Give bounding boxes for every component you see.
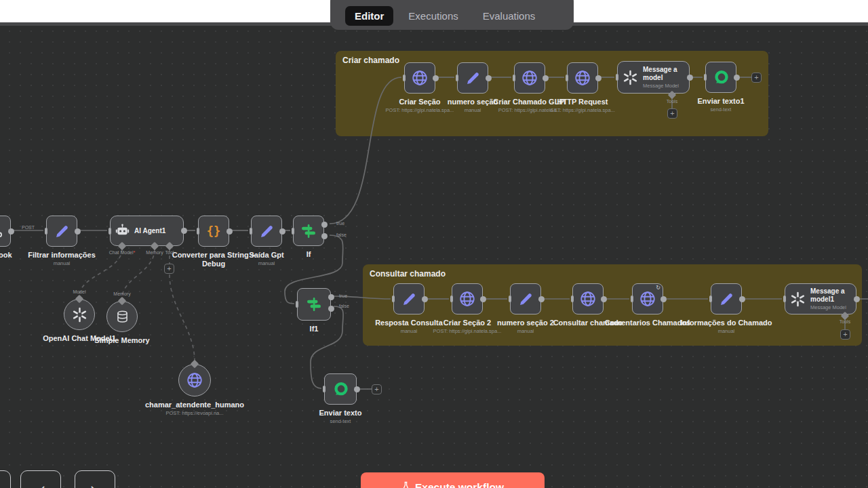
output-port[interactable] — [181, 228, 187, 234]
output-port[interactable] — [486, 75, 492, 81]
output-port[interactable] — [279, 228, 285, 235]
node-informacoes-do-chamado[interactable] — [711, 283, 742, 314]
node-chamar-atendente-humano[interactable] — [178, 364, 211, 396]
port-label: true — [336, 221, 344, 226]
input-port[interactable] — [392, 296, 395, 302]
port-label: POST — [22, 225, 35, 230]
output-port[interactable] — [321, 222, 328, 228]
tab-evaluations[interactable]: Evaluations — [473, 6, 545, 26]
input-port[interactable] — [513, 75, 515, 81]
node-webhook[interactable] — [0, 216, 11, 247]
input-port[interactable] — [323, 386, 326, 392]
node-ai-agent1[interactable]: AI Agent1 — [110, 216, 184, 246]
node-openai-chat-model1[interactable] — [64, 299, 95, 330]
node-sublabel: send-text — [290, 419, 391, 425]
retry-badge-icon: ↻ — [656, 285, 660, 291]
output-port[interactable] — [854, 296, 860, 302]
input-port[interactable] — [292, 228, 294, 235]
node-if[interactable] — [293, 216, 324, 246]
canvas-button-back[interactable]: ↙ — [20, 470, 61, 488]
globe-icon — [411, 69, 429, 87]
webhook-icon — [0, 224, 3, 239]
input-port[interactable] — [296, 301, 298, 308]
node-http-request[interactable] — [567, 62, 598, 94]
node-sublabel: manual — [11, 261, 113, 267]
input-port[interactable] — [783, 296, 786, 302]
add-node-button[interactable]: + — [164, 264, 174, 274]
arrow-icon: ↘ — [90, 481, 101, 488]
globe-icon — [579, 290, 597, 308]
output-port[interactable] — [75, 228, 81, 235]
node-numero-secao-2[interactable] — [510, 283, 541, 314]
node-consultar-chamado[interactable] — [572, 283, 604, 314]
input-port[interactable] — [616, 74, 618, 81]
node-message-a-model1[interactable]: Message a model1Message Model — [785, 283, 856, 314]
output-port[interactable] — [354, 386, 360, 392]
tab-editor[interactable]: Editor — [345, 6, 393, 26]
output-port[interactable] — [422, 296, 428, 302]
output-port[interactable] — [226, 228, 233, 235]
input-port[interactable] — [108, 228, 111, 235]
node-numero-secao[interactable] — [457, 62, 488, 94]
input-port[interactable] — [566, 75, 568, 81]
node-label: If1 — [263, 325, 365, 333]
node-sublabel: manual — [475, 329, 576, 335]
node-comentarios-chamados[interactable]: ↻ — [632, 283, 663, 314]
output-port[interactable] — [595, 75, 601, 81]
node-criar-secao[interactable] — [404, 62, 435, 94]
node-enviar-texto1[interactable] — [705, 62, 736, 93]
output-port[interactable] — [328, 294, 334, 300]
input-port[interactable] — [45, 228, 47, 235]
pencil-icon — [401, 291, 417, 307]
output-port[interactable] — [734, 75, 740, 81]
input-port[interactable] — [709, 296, 712, 302]
input-port[interactable] — [631, 296, 633, 302]
pencil-icon — [259, 224, 275, 239]
input-port[interactable] — [250, 228, 252, 235]
add-node-button[interactable]: + — [667, 108, 677, 119]
node-saida-gpt[interactable] — [251, 216, 282, 247]
arrow-icon: ↙ — [35, 481, 47, 488]
input-port[interactable] — [450, 296, 453, 302]
canvas-button-hidden[interactable]: ↖ — [0, 470, 11, 488]
output-port[interactable] — [538, 296, 545, 302]
output-port[interactable] — [433, 75, 439, 81]
node-enviar-texto[interactable] — [324, 373, 357, 405]
node-converter-para-string-debug[interactable]: {} — [198, 216, 229, 247]
output-port[interactable] — [739, 296, 745, 302]
execute-workflow-button[interactable]: Execute workflow — [361, 472, 545, 488]
add-node-button[interactable]: + — [840, 329, 850, 340]
node-label: chamar_atendente_humano — [144, 401, 245, 409]
output-port[interactable] — [542, 75, 549, 81]
output-port[interactable] — [8, 228, 14, 235]
output-port[interactable] — [480, 296, 486, 302]
output-port[interactable] — [660, 296, 667, 302]
canvas-button-forward[interactable]: ↘ — [75, 470, 115, 488]
node-simple-memory[interactable] — [106, 301, 138, 332]
output-port[interactable] — [321, 233, 328, 239]
input-port[interactable] — [704, 74, 707, 81]
node-if1[interactable] — [297, 288, 331, 321]
node-filtrar-informacoes[interactable] — [46, 216, 77, 247]
openai-icon — [622, 69, 639, 86]
input-port[interactable] — [571, 296, 574, 302]
sticky-note-group[interactable]: Criar chamado — [336, 51, 768, 136]
node-criar-chamado-glpi[interactable] — [514, 62, 545, 94]
input-port[interactable] — [403, 75, 406, 81]
evolution-icon — [332, 380, 350, 399]
tab-executions[interactable]: Executions — [399, 6, 467, 26]
output-port[interactable] — [687, 75, 693, 81]
workflow-canvas[interactable]: Criar chamadoConsultar chamadoWebhookFil… — [0, 0, 868, 488]
input-port[interactable] — [456, 75, 458, 81]
node-resposta-consulta[interactable] — [393, 283, 425, 314]
input-port[interactable] — [197, 228, 199, 235]
node-title: AI Agent1 — [134, 227, 165, 235]
node-message-a-model[interactable]: Message a modelMessage Model — [617, 61, 690, 94]
output-port[interactable] — [328, 306, 334, 312]
add-node-button[interactable]: + — [751, 73, 762, 83]
connection-dashed[interactable] — [170, 274, 195, 361]
output-port[interactable] — [601, 296, 607, 302]
input-port[interactable] — [509, 296, 511, 302]
add-node-button[interactable]: + — [372, 384, 382, 394]
node-criar-secao-2[interactable] — [452, 283, 483, 314]
